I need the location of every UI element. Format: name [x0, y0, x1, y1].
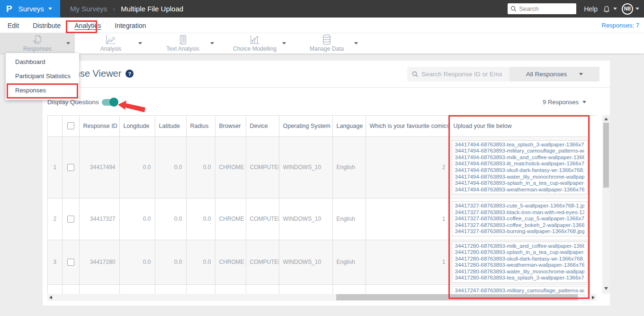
file-link[interactable]: 34417280-68763893-milk_and_coffee-wallpa… — [455, 243, 584, 250]
row-checkbox[interactable] — [67, 164, 74, 171]
device-cell: COMPUTER — [246, 136, 279, 198]
file-link[interactable]: 34417327-68763893-black-iron-man-with-re… — [455, 209, 584, 216]
breadcrumb-survey-title: Multiple File Upload — [121, 5, 183, 13]
notifications-control[interactable] — [602, 4, 617, 13]
horizontal-scroll-thumb[interactable] — [336, 294, 578, 300]
uploaded-files-box: 34417280-68763893-milk_and_coffee-wallpa… — [452, 242, 588, 283]
response-id-link[interactable]: 34417327 — [79, 198, 119, 240]
response-search[interactable] — [407, 67, 510, 81]
global-search-input[interactable] — [519, 5, 571, 12]
radius-cell: 0.0 — [186, 240, 215, 285]
row-number-cell — [48, 285, 62, 294]
chevron-down-icon[interactable] — [210, 42, 214, 45]
scroll-right-icon[interactable] — [592, 296, 595, 299]
toolbar-item-analysis[interactable]: Analysis — [75, 33, 147, 54]
table-row: 3344172800.00.00.0CHROMECOMPUTERWINDOWS_… — [48, 240, 590, 285]
column-header-latitude[interactable]: Latitude — [155, 116, 186, 136]
help-link[interactable]: Help — [584, 5, 598, 13]
browser-cell — [215, 285, 246, 294]
scroll-up-icon[interactable] — [604, 117, 608, 120]
vertical-scroll-thumb[interactable] — [603, 123, 609, 188]
column-header-language[interactable]: Language — [332, 116, 366, 136]
file-link[interactable]: 34417494-68763893-tea_splash_3-wallpaper… — [455, 142, 584, 148]
device-cell — [246, 285, 279, 294]
menu-item-participant-statistics[interactable]: Participant Statistics — [6, 69, 79, 83]
column-header-response-id[interactable]: Response ID — [79, 116, 119, 136]
response-id-link[interactable]: 34417280 — [79, 240, 119, 285]
top-bar: P Surveys My Surveys › Multiple File Upl… — [0, 0, 644, 18]
file-link[interactable]: 34417280-68763893-water_lily_monochrome-… — [455, 269, 584, 275]
responses-per-page-dropdown[interactable]: 9 Responses — [543, 99, 586, 106]
toolbar-item-responses[interactable]: Responses — [0, 33, 75, 54]
file-link[interactable]: 34417494-68763893-weatherman-wallpaper-1… — [455, 187, 584, 193]
column-header-upload-your-file-below[interactable]: Upload your file below — [449, 116, 590, 136]
global-search[interactable] — [508, 3, 576, 14]
display-questions-toggle[interactable] — [102, 99, 117, 106]
toolbar-item-manage-data[interactable]: Manage Data — [291, 33, 363, 54]
toolbar-item-label: Analysis — [100, 45, 122, 52]
upload-files-cell: 34417247-68763893-military_camouflage_pa… — [449, 285, 590, 294]
favourite-comics-cell: 1 — [366, 240, 449, 285]
column-header-device[interactable]: Device — [246, 116, 279, 136]
file-link[interactable]: 34417327-68763893-coffee_bokeh_2-wallpap… — [455, 222, 584, 229]
app-logo-block[interactable]: P Surveys — [0, 0, 60, 18]
column-header-select-all[interactable] — [62, 116, 79, 136]
file-link[interactable]: 34417327-68763893-coffee_cup_5-wallpaper… — [455, 216, 584, 222]
menu-item-responses[interactable]: Responses — [6, 83, 79, 97]
tab-edit[interactable]: Edit — [8, 22, 19, 29]
table-vertical-scrollbar[interactable] — [602, 115, 610, 294]
file-link[interactable]: 34417280-68763893-splash_in_a_tea_cup-wa… — [455, 249, 584, 256]
column-header-longitude[interactable]: Longitude — [119, 116, 155, 136]
chevron-down-icon[interactable] — [282, 42, 286, 45]
scroll-down-icon[interactable] — [604, 287, 608, 290]
file-link[interactable]: 34417327-68763893-burning-wallpaper-1366… — [455, 228, 584, 235]
chevron-down-icon — [613, 8, 617, 10]
avatar: NB — [622, 3, 633, 15]
toolbar-item-text-analysis[interactable]: Text Analysis — [147, 33, 219, 54]
account-menu[interactable]: NB — [622, 3, 639, 15]
select-all-checkbox[interactable] — [67, 122, 74, 129]
file-link[interactable]: 34417494-68763893-lit_matchstick-wallpap… — [455, 161, 584, 167]
file-link[interactable]: 34417494-68763893-splash_in_a_tea_cup-wa… — [455, 180, 584, 187]
file-link[interactable]: 34417494-68763893-water_lily_monochrome-… — [455, 174, 584, 181]
chevron-down-icon[interactable] — [354, 42, 358, 45]
row-checkbox[interactable] — [67, 216, 74, 223]
file-link[interactable]: 34417494-68763893-milk_and_coffee-wallpa… — [455, 154, 584, 161]
file-link[interactable]: 34417280-68763893-skull-dark-fantasy-wr-… — [455, 256, 584, 262]
file-link[interactable]: 34417280-68763893-weatherman-wallpaper-1… — [455, 262, 584, 269]
toolbar-item-label: Text Analysis — [166, 45, 199, 52]
language-cell — [332, 285, 366, 294]
chevron-down-icon[interactable] — [66, 42, 70, 45]
help-icon[interactable]: ? — [125, 70, 134, 78]
column-header-browser[interactable]: Browser — [215, 116, 246, 136]
all-responses-filter[interactable]: All Responses — [510, 67, 599, 81]
uploaded-files-box: 34417327-68763893-cute_5-wallpaper-1366x… — [452, 201, 588, 236]
upload-files-cell: 34417494-68763893-tea_splash_3-wallpaper… — [449, 136, 590, 198]
response-search-input[interactable] — [421, 71, 502, 78]
tab-distribute[interactable]: Distribute — [33, 22, 61, 29]
toolbar-item-choice-modelling[interactable]: Choice Modelling — [219, 33, 291, 54]
column-header-which-is-your-favourite-comics-[interactable]: Which is your favourite comics? — [366, 116, 449, 136]
file-link[interactable]: 34417494-68763893-military_camouflage_pa… — [455, 148, 584, 154]
breadcrumb: My Surveys › Multiple File Upload — [70, 0, 183, 18]
upload-files-cell: 34417280-68763893-milk_and_coffee-wallpa… — [449, 240, 590, 285]
tab-integration[interactable]: Integration — [115, 22, 146, 29]
file-link[interactable]: 34417494-68763893-skull-dark-fantasy-wr-… — [455, 167, 584, 174]
file-link[interactable]: 34417280-68763893-tea_splash_3-wallpaper… — [455, 275, 584, 281]
file-link[interactable]: 34417247-68763893-military_camouflage_pa… — [455, 288, 584, 294]
row-checkbox[interactable] — [67, 259, 74, 266]
file-link[interactable]: 34417327-68763893-cute_5-wallpaper-1366x… — [455, 203, 584, 209]
column-header-operating-system[interactable]: Operating System — [279, 116, 332, 136]
tab-analytics[interactable]: Analytics — [74, 22, 101, 29]
menu-item-dashboard[interactable]: Dashboard — [6, 54, 79, 69]
column-header-row-number[interactable] — [48, 116, 62, 136]
breadcrumb-my-surveys[interactable]: My Surveys — [70, 5, 107, 13]
response-id-link[interactable] — [79, 285, 119, 294]
responses-dropdown-menu: DashboardParticipant StatisticsResponses — [6, 53, 79, 100]
response-id-link[interactable]: 34417494 — [79, 136, 119, 198]
table-horizontal-scrollbar[interactable] — [47, 294, 597, 301]
scroll-left-icon[interactable] — [49, 296, 52, 299]
chevron-down-icon[interactable] — [138, 42, 142, 45]
responses-count-link[interactable]: Responses: 7 — [602, 18, 640, 33]
column-header-radius[interactable]: Radius — [186, 116, 215, 136]
